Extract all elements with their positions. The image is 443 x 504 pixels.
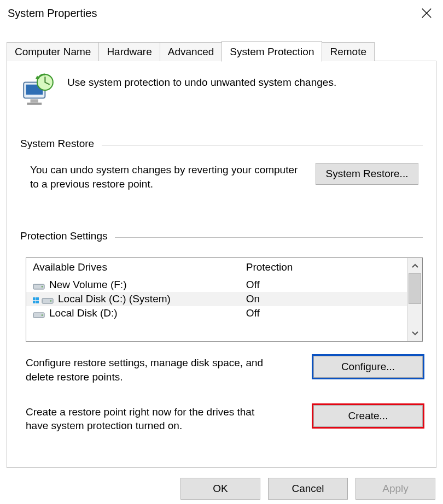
scroll-up-button[interactable]: [407, 258, 422, 273]
tab-page-system-protection: Use system protection to undo unwanted s…: [7, 61, 436, 468]
tab-remote[interactable]: Remote: [322, 42, 375, 61]
dialog-button-row: OK Cancel Apply: [0, 471, 443, 500]
create-description: Create a restore point right now for the…: [26, 405, 277, 433]
drive-row[interactable]: Local Disk (D:) Off: [26, 306, 407, 320]
drive-list-header: Available Drives Protection: [26, 258, 407, 278]
configure-description: Configure restore settings, manage disk …: [26, 356, 277, 384]
drive-name: New Volume (F:): [49, 279, 126, 291]
svg-point-9: [42, 286, 43, 288]
system-properties-window: System Properties Computer Name Hardware…: [0, 0, 443, 504]
drive-protection: On: [246, 293, 400, 305]
scroll-down-button[interactable]: [407, 326, 422, 341]
titlebar: System Properties: [0, 0, 443, 26]
hdd-icon: [33, 281, 45, 289]
group-header-protection-settings: Protection Settings: [20, 230, 423, 242]
configure-button[interactable]: Configure...: [313, 356, 423, 378]
divider: [115, 237, 423, 238]
svg-rect-4: [31, 99, 38, 103]
group-title-system-restore: System Restore: [20, 138, 94, 150]
configure-row: Configure restore settings, manage disk …: [26, 356, 423, 384]
drive-name: Local Disk (C:) (System): [58, 293, 171, 305]
intro-row: Use system protection to undo unwanted s…: [20, 74, 423, 108]
intro-text: Use system protection to undo unwanted s…: [67, 74, 336, 89]
svg-point-15: [50, 300, 52, 302]
column-protection: Protection: [246, 261, 400, 273]
chevron-up-icon: [412, 263, 418, 268]
svg-rect-10: [33, 297, 36, 300]
group-system-restore: System Restore You can undo system chang…: [20, 138, 423, 191]
system-restore-button[interactable]: System Restore...: [316, 163, 418, 185]
svg-rect-13: [36, 301, 39, 303]
tab-computer-name[interactable]: Computer Name: [7, 42, 99, 61]
tab-system-protection[interactable]: System Protection: [222, 41, 322, 62]
close-icon: [421, 7, 433, 19]
drive-list-panel: Available Drives Protection New Volume (…: [26, 257, 423, 342]
apply-button[interactable]: Apply: [355, 478, 435, 500]
scrollbar[interactable]: [407, 258, 422, 341]
group-header-system-restore: System Restore: [20, 138, 423, 150]
close-button[interactable]: [415, 2, 439, 24]
tab-hardware[interactable]: Hardware: [98, 42, 160, 61]
svg-rect-11: [36, 297, 39, 300]
drive-name: Local Disk (D:): [49, 307, 118, 319]
hdd-icon: [42, 295, 54, 303]
divider: [102, 145, 423, 145]
tabstrip: Computer Name Hardware Advanced System P…: [0, 39, 443, 61]
group-protection-settings: Protection Settings Available Drives Pro…: [20, 230, 423, 433]
window-title: System Properties: [8, 7, 97, 20]
windows-flag-icon: [33, 295, 39, 303]
drive-protection: Off: [246, 307, 400, 319]
ok-button[interactable]: OK: [180, 478, 260, 500]
create-button[interactable]: Create...: [313, 405, 423, 427]
drive-protection: Off: [246, 279, 400, 291]
drive-row[interactable]: Local Disk (C:) (System) On: [26, 292, 407, 306]
column-available-drives: Available Drives: [33, 261, 246, 273]
cancel-button[interactable]: Cancel: [268, 478, 348, 500]
chevron-down-icon: [412, 331, 418, 336]
scroll-track[interactable]: [407, 304, 422, 326]
drive-list[interactable]: Available Drives Protection New Volume (…: [26, 258, 407, 341]
svg-rect-5: [27, 103, 42, 105]
system-restore-description: You can undo system changes by reverting…: [30, 163, 302, 191]
svg-point-17: [42, 314, 43, 316]
system-protection-icon: [20, 72, 56, 108]
create-row: Create a restore point right now for the…: [26, 405, 423, 433]
hdd-icon: [33, 309, 45, 317]
group-title-protection-settings: Protection Settings: [20, 230, 107, 242]
drive-row[interactable]: New Volume (F:) Off: [26, 278, 407, 292]
svg-rect-12: [33, 301, 36, 303]
scroll-thumb[interactable]: [409, 273, 421, 304]
tab-advanced[interactable]: Advanced: [160, 42, 223, 61]
